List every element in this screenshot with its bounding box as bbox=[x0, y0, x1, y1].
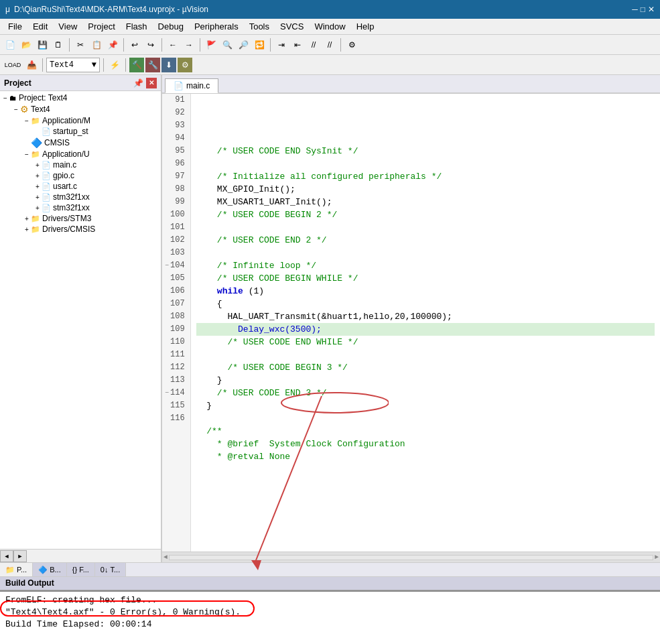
tb-config[interactable]: ⚙ bbox=[344, 38, 359, 52]
tb-open[interactable]: 📂 bbox=[19, 38, 34, 52]
build-output-title: Build Output bbox=[0, 577, 660, 590]
code-line-100 bbox=[196, 247, 655, 259]
tb-undo[interactable]: ↩ bbox=[127, 38, 142, 52]
menu-svcs[interactable]: SVCS bbox=[275, 20, 309, 33]
tb-find2[interactable]: 🔎 bbox=[236, 38, 251, 52]
sidebar-header: Project 📌 ✕ bbox=[0, 75, 161, 91]
code-line-114: /** bbox=[196, 425, 655, 438]
tab-icon: 📄 bbox=[174, 81, 184, 90]
menu-tools[interactable]: Tools bbox=[244, 20, 275, 33]
tb-rebuild[interactable]: 🔧 bbox=[145, 58, 160, 72]
toolbar1: 📄 📂 💾 🗒 ✂ 📋 📌 ↩ ↪ ← → 🚩 🔍 🔎 🔁 ⇥ ⇤ // // … bbox=[0, 35, 660, 55]
menu-debug[interactable]: Debug bbox=[153, 20, 189, 33]
tb-forward[interactable]: → bbox=[182, 38, 196, 52]
close-btn[interactable]: ✕ bbox=[648, 5, 655, 14]
menu-help[interactable]: Help bbox=[351, 20, 380, 33]
tb-redo[interactable]: ↪ bbox=[143, 38, 158, 52]
line-num-94: 94 bbox=[165, 132, 188, 145]
sidebar-scroll-right[interactable]: ► bbox=[13, 550, 27, 562]
bottom-tab-build[interactable]: 🔷 B... bbox=[33, 563, 67, 576]
code-line-109: /* USER CODE BEGIN 3 */ bbox=[196, 361, 655, 374]
code-line-110: } bbox=[196, 374, 655, 387]
tb-load[interactable]: LOAD bbox=[3, 58, 23, 72]
tb-translate[interactable]: ⚡ bbox=[107, 58, 122, 72]
line-num-107: 107 bbox=[165, 298, 188, 310]
tb-replace[interactable]: 🔁 bbox=[252, 38, 267, 52]
line-num-110: 110 bbox=[165, 336, 188, 348]
line-num-111: 111 bbox=[165, 348, 188, 361]
tree-item-3[interactable]: −📁Application/M bbox=[1, 115, 159, 126]
tb-save[interactable]: 💾 bbox=[35, 38, 50, 52]
sep7 bbox=[42, 58, 43, 72]
tree-item-4[interactable]: 📄startup_st bbox=[1, 126, 159, 137]
tb-download[interactable]: ⬇ bbox=[161, 58, 176, 72]
target-dropdown[interactable]: Text4 ▼ bbox=[46, 58, 100, 72]
hscrollbar[interactable]: ◄ ► bbox=[162, 552, 660, 562]
tb-save-all[interactable]: 🗒 bbox=[51, 38, 66, 52]
tb-indent[interactable]: ⇥ bbox=[274, 38, 289, 52]
menu-edit[interactable]: Edit bbox=[27, 20, 53, 33]
code-content[interactable]: /* USER CODE END SysInit */ /* Initializ… bbox=[191, 94, 660, 552]
code-line-108 bbox=[196, 348, 655, 361]
maximize-btn[interactable]: □ bbox=[641, 5, 645, 14]
line-num-101: 101 bbox=[165, 221, 188, 234]
bottom-tab-functions[interactable]: {} F... bbox=[67, 563, 95, 576]
tb-paste[interactable]: 📌 bbox=[105, 38, 120, 52]
minimize-btn[interactable]: ─ bbox=[632, 5, 638, 14]
tree-item-13[interactable]: +📁Drivers/CMSIS bbox=[1, 224, 159, 235]
code-line-102: /* USER CODE BEGIN WHILE */ bbox=[196, 272, 655, 285]
tab-main-c[interactable]: 📄 main.c bbox=[165, 78, 218, 93]
code-line-105: HAL_UART_Transmit(&huart1,hello,20,10000… bbox=[196, 310, 655, 323]
sidebar-scroll-left[interactable]: ◄ bbox=[0, 550, 13, 562]
tree-item-10[interactable]: +📄stm32f1xx bbox=[1, 192, 159, 202]
tb-bookmark[interactable]: 🚩 bbox=[204, 38, 218, 52]
tree-item-9[interactable]: +📄usart.c bbox=[1, 181, 159, 192]
editor-area: 📄 main.c 919293949596979899100101102103−… bbox=[162, 75, 660, 562]
menubar: File Edit View Project Flash Debug Perip… bbox=[0, 19, 660, 35]
tree-item-8[interactable]: +📄gpio.c bbox=[1, 170, 159, 181]
code-line-95: MX_GPIO_Init(); bbox=[196, 183, 655, 196]
code-line-92: /* USER CODE END SysInit */ bbox=[196, 145, 655, 157]
menu-view[interactable]: View bbox=[53, 20, 82, 33]
tree-item-1[interactable]: −🖿Project: Text4 bbox=[1, 92, 159, 103]
line-num-104: −104 bbox=[165, 259, 188, 272]
tb-uncomment[interactable]: // bbox=[322, 38, 337, 52]
tab-bar: 📄 main.c bbox=[162, 75, 660, 94]
menu-project[interactable]: Project bbox=[82, 20, 120, 33]
tree-item-6[interactable]: −📁Application/U bbox=[1, 149, 159, 159]
code-line-111: /* USER CODE END 3 */ bbox=[196, 387, 655, 399]
menu-peripherals[interactable]: Peripherals bbox=[189, 20, 244, 33]
tb-find[interactable]: 🔍 bbox=[220, 38, 235, 52]
tree-item-11[interactable]: +📄stm32f1xx bbox=[1, 202, 159, 213]
sidebar-title: Project bbox=[4, 78, 31, 88]
sep1 bbox=[69, 38, 70, 52]
tb-build[interactable]: 🔨 bbox=[129, 58, 144, 72]
bottom-tab-templates[interactable]: 0↓ T... bbox=[95, 563, 126, 576]
tree-item-2[interactable]: −⚙Text4 bbox=[1, 103, 159, 115]
tb-outdent[interactable]: ⇤ bbox=[290, 38, 305, 52]
code-container: 919293949596979899100101102103−104105106… bbox=[162, 94, 660, 552]
tb-load2[interactable]: 📥 bbox=[24, 58, 39, 72]
sep3 bbox=[161, 38, 162, 52]
build-line-0: FromELF: creating hex file... bbox=[5, 594, 655, 606]
line-num-116: 116 bbox=[165, 412, 188, 425]
menu-window[interactable]: Window bbox=[309, 20, 350, 33]
build-output: FromELF: creating hex file..."Text4\Text… bbox=[0, 590, 660, 644]
tree-item-12[interactable]: +📁Drivers/STM3 bbox=[1, 213, 159, 224]
sidebar-close-btn[interactable]: ✕ bbox=[146, 78, 157, 88]
code-line-94: /* Initialize all configured peripherals… bbox=[196, 170, 655, 183]
tb-cut[interactable]: ✂ bbox=[73, 38, 88, 52]
build-output-text: FromELF: creating hex file..."Text4\Text… bbox=[5, 594, 655, 631]
sep6 bbox=[340, 38, 341, 52]
tb-new[interactable]: 📄 bbox=[3, 38, 17, 52]
tree-item-7[interactable]: +📄main.c bbox=[1, 159, 159, 170]
sidebar-pin-icon[interactable]: 📌 bbox=[133, 78, 143, 88]
menu-file[interactable]: File bbox=[3, 20, 27, 33]
tree-item-5[interactable]: 🔷CMSIS bbox=[1, 137, 159, 149]
tb-copy[interactable]: 📋 bbox=[89, 38, 104, 52]
tb-comment[interactable]: // bbox=[306, 38, 321, 52]
menu-flash[interactable]: Flash bbox=[121, 20, 153, 33]
tb-back[interactable]: ← bbox=[166, 38, 180, 52]
tb-options[interactable]: ⚙ bbox=[178, 58, 192, 72]
bottom-tab-project[interactable]: 📁 P... bbox=[0, 563, 33, 576]
